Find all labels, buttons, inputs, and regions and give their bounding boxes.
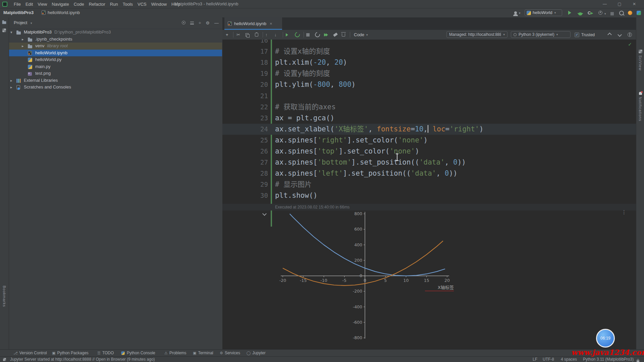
interpreter-indicator[interactable]: Python 3.11 (MatplotlibPro3): [583, 357, 634, 362]
menu-run[interactable]: Run: [108, 1, 120, 7]
tree-item-main-py[interactable]: main.py: [9, 63, 222, 70]
collapse-output-icon[interactable]: [263, 211, 266, 216]
close-button[interactable]: ✕: [629, 0, 640, 8]
kernel-select[interactable]: Python 3 (ipykernel)▾: [511, 31, 571, 38]
code-line-24[interactable]: 24ax.set_xlabel('X轴标签', fontsize=10, loc…: [222, 124, 636, 135]
minimize-button[interactable]: —: [599, 0, 610, 8]
notebook-settings-icon[interactable]: [628, 30, 632, 40]
run-configuration-select[interactable]: helloWorld ▾: [525, 9, 562, 16]
output-menu-icon[interactable]: ⋮: [622, 209, 627, 215]
move-cell-up-icon[interactable]: ↑: [265, 30, 268, 40]
next-cell-icon[interactable]: [618, 30, 621, 40]
plugin-teal-icon[interactable]: [637, 11, 641, 16]
run-cell-button[interactable]: [286, 30, 288, 40]
code-line-29[interactable]: 29# 显示图片: [222, 179, 636, 190]
maximize-button[interactable]: ▢: [614, 0, 625, 8]
menu-tools[interactable]: Tools: [120, 1, 135, 7]
tool-window-python-packages[interactable]: ▣Python Packages: [52, 350, 89, 356]
menu-refactor[interactable]: Refactor: [87, 1, 108, 7]
menu-navigate[interactable]: Navigate: [49, 1, 71, 7]
cell-type-select[interactable]: Code▾: [354, 30, 368, 40]
menu-view[interactable]: View: [35, 1, 49, 7]
restart-and-run-icon[interactable]: [315, 30, 320, 40]
code-line-30[interactable]: 30plt.show(): [222, 190, 636, 201]
code-cell[interactable]: 1617# 设置x轴的刻度18plt.xlim(-20, 20)19# 设置y轴…: [222, 40, 636, 227]
indent-indicator[interactable]: 4 spaces: [561, 357, 577, 362]
tool-window-todo[interactable]: ☰TODO: [97, 350, 114, 356]
tree-chevron-icon[interactable]: ▸: [22, 43, 24, 50]
tool-window-python-console[interactable]: Python Console: [121, 350, 155, 356]
tree-item--ipynb-checkpoints[interactable]: ▸.ipynb_checkpoints: [9, 36, 222, 43]
tree-chevron-icon[interactable]: ▸: [10, 77, 12, 84]
code-line-18[interactable]: 18plt.xlim(-20, 20): [222, 57, 636, 68]
status-message[interactable]: Jupyter Server started at http://localho…: [10, 357, 155, 362]
line-ending-indicator[interactable]: LF: [533, 357, 537, 362]
project-panel-title[interactable]: Project ▾: [14, 20, 32, 25]
clear-outputs-icon[interactable]: [333, 30, 337, 40]
copy-cell-icon[interactable]: [246, 30, 249, 40]
tab-close-icon[interactable]: ×: [270, 21, 272, 26]
previous-cell-icon[interactable]: [608, 30, 611, 40]
menu-file[interactable]: File: [11, 1, 23, 7]
structure-tool-icon[interactable]: [2, 28, 6, 33]
code-line-21[interactable]: 21: [222, 90, 636, 102]
code-line-23[interactable]: 23ax = plt.gca(): [222, 113, 636, 124]
share-user-icon[interactable]: ▾: [514, 10, 521, 15]
code-line-28[interactable]: 28ax.spines['left'].set_position(('data'…: [222, 168, 636, 179]
code-line-22[interactable]: 22# 获取当前的axes: [222, 102, 636, 113]
jupyter-server-select[interactable]: Managed: http://localhost:8888▾: [446, 31, 507, 38]
code-line-25[interactable]: 25ax.spines['right'].set_color('none'): [222, 135, 636, 146]
trusted-checkbox[interactable]: ✓ Trusted: [575, 30, 595, 40]
code-line-20[interactable]: 20plt.ylim(-800, 800): [222, 79, 636, 90]
restart-kernel-icon[interactable]: [295, 30, 300, 40]
run-button[interactable]: [568, 11, 571, 16]
tree-item-matplotlibpro3[interactable]: ▾MatplotlibPro3D:\python_pro\MatplotlibP…: [9, 29, 222, 36]
code-line-17[interactable]: 17# 设置x轴的刻度: [222, 46, 636, 57]
menu-vcs[interactable]: VCS: [135, 1, 149, 7]
project-tool-icon[interactable]: [2, 20, 6, 25]
coverage-button[interactable]: C▸: [588, 10, 593, 15]
menu-window[interactable]: Window: [149, 1, 169, 7]
tree-chevron-icon[interactable]: ▾: [10, 29, 12, 36]
sciview-tool-button[interactable]: SciView: [636, 50, 644, 71]
tab-helloworld-ipynb[interactable]: helloWorld.ipynb ×: [224, 17, 282, 30]
locate-file-icon[interactable]: [182, 20, 185, 25]
tool-window-problems[interactable]: ⚠Problems: [164, 350, 186, 356]
collapse-all-icon[interactable]: ÷: [199, 20, 201, 25]
tree-item-helloworld-py[interactable]: helloWorld.py: [9, 56, 222, 63]
encoding-indicator[interactable]: UTF-8: [543, 357, 554, 362]
tree-chevron-icon[interactable]: ▸: [22, 36, 24, 43]
paste-cell-icon[interactable]: [255, 30, 258, 40]
tool-window-terminal[interactable]: ▣Terminal: [193, 350, 213, 356]
code-line-27[interactable]: 27ax.spines['bottom'].set_position(('dat…: [222, 157, 636, 168]
code-line-19[interactable]: 19# 设置y轴的刻度: [222, 68, 636, 79]
tree-item-venv[interactable]: ▸venvlibrary root: [9, 43, 222, 50]
tree-item-helloworld-ipynb[interactable]: helloWorld.ipynb: [9, 50, 222, 57]
profiler-button[interactable]: ▾: [598, 11, 606, 16]
expand-all-icon[interactable]: [190, 20, 194, 25]
breadcrumb-file[interactable]: helloWorld.ipynb: [48, 10, 80, 15]
tree-item-external-libraries[interactable]: ▸External Libraries: [9, 77, 222, 84]
menu-edit[interactable]: Edit: [23, 1, 35, 7]
add-cell-button[interactable]: +: [226, 30, 228, 40]
debug-button[interactable]: [578, 11, 582, 16]
search-everywhere-icon[interactable]: [619, 11, 624, 16]
panel-settings-icon[interactable]: ⚙: [206, 20, 210, 25]
move-cell-down-icon[interactable]: ↓: [274, 30, 277, 40]
tree-item-scratches-and-consoles[interactable]: ▸Scratches and Consoles: [9, 84, 222, 91]
delete-cell-icon[interactable]: [342, 30, 345, 40]
tool-window-jupyter[interactable]: ◯Jupyter: [247, 350, 266, 356]
code-line-26[interactable]: 26ax.spines['top'].set_color('none'): [222, 146, 636, 157]
code-line-16[interactable]: 16: [222, 40, 636, 46]
interrupt-kernel-icon[interactable]: [306, 30, 310, 40]
tree-item-test-png[interactable]: test.png: [9, 70, 222, 77]
breadcrumb-project[interactable]: MatplotlibPro3: [3, 10, 34, 15]
bookmarks-tool-button[interactable]: Bookmarks: [2, 286, 6, 307]
run-all-cells-icon[interactable]: [324, 30, 328, 40]
menu-code[interactable]: Code: [71, 1, 87, 7]
tool-window-services[interactable]: ⚙Services: [220, 350, 240, 356]
cut-cell-icon[interactable]: ✂: [236, 30, 240, 40]
notifications-tool-button[interactable]: Notifications: [636, 92, 644, 121]
plugin-orange-icon[interactable]: [628, 11, 632, 16]
hide-panel-icon[interactable]: —: [214, 20, 219, 25]
